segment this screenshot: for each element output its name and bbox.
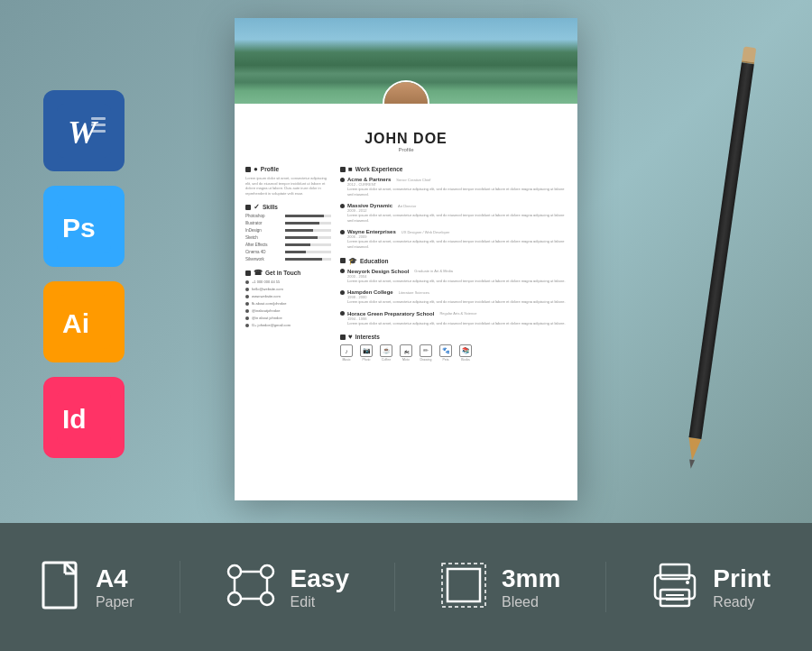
resume-title: Profile (235, 147, 577, 152)
social1: fb.about.com/johndoe (245, 301, 331, 306)
main-background: W Ps Ai Id (0, 0, 812, 523)
print-icon (651, 563, 698, 611)
skill-row: Sketch (245, 235, 331, 240)
education-item: Horace Green Preparatory School Regular … (340, 311, 567, 326)
svg-point-15 (261, 565, 273, 578)
skill-row: After Effects (245, 243, 331, 247)
svg-rect-4 (91, 130, 106, 133)
interest-books: 📚 Books (459, 344, 472, 362)
phone: +1 000 000 44 55 (245, 280, 331, 284)
interest-music: ♪ Music (340, 344, 353, 362)
social4: G+ johndoe@gmail.com (245, 323, 331, 327)
bleed-text: 3mm Bleed (502, 564, 560, 611)
social2: @inaboutjohndoe (245, 308, 331, 313)
print-text: Print Ready (713, 564, 770, 611)
skill-row: Silverwork (245, 257, 331, 261)
pencil-decoration (684, 46, 757, 476)
education-heading: 🎓 Education (340, 257, 567, 265)
svg-rect-22 (448, 569, 480, 601)
svg-rect-25 (660, 564, 689, 579)
word-icon: W (43, 90, 125, 171)
svg-point-14 (228, 565, 241, 578)
education-item: Hampden College Literature Sciences 1998… (340, 289, 567, 305)
profile-heading: ● Profile (245, 165, 331, 173)
a4-feature: A4 Paper (0, 561, 180, 613)
profile-text: Lorem ipsum dolor sit amet, consectetur … (245, 176, 331, 196)
interest-drawing: ✏ Drawing (420, 344, 432, 362)
interest-pets: 🐾 Pets (439, 344, 452, 362)
svg-point-16 (228, 592, 241, 605)
education-item: Newyork Design School Graduate in Art & … (340, 269, 567, 284)
interest-moto: 🏍 Moto (400, 344, 412, 362)
a4-icon (42, 561, 81, 613)
skill-row: Illustrator (245, 221, 331, 225)
bottom-features-bar: A4 Paper Easy Edit (0, 523, 812, 651)
photoshop-icon: Ps (43, 186, 125, 267)
interests-heading: ♥ Interests (340, 333, 567, 341)
svg-point-29 (686, 581, 689, 584)
interests-row: ♪ Music 📷 Photo ☕ Coffee 🏍 (340, 344, 567, 362)
easy-edit-feature: Easy Edit (180, 563, 395, 611)
skill-row: Cinema 4D (245, 250, 331, 254)
social3: @in about johndoe (245, 316, 331, 320)
skill-row: InDesign (245, 228, 331, 233)
email: hello@website.com (245, 287, 331, 291)
easy-edit-text: Easy Edit (291, 564, 349, 611)
svg-rect-3 (91, 124, 106, 126)
easy-edit-icon (226, 563, 276, 611)
resume-name: JOHN DOE (235, 131, 577, 147)
skill-row: Photoshop (245, 214, 331, 218)
skills-heading: ✓ Skills (245, 203, 331, 211)
website: www.website.com (245, 294, 331, 298)
interest-coffee: ☕ Coffee (380, 344, 392, 362)
svg-text:Ai: Ai (62, 308, 89, 338)
contact-heading: ☎ Get in Touch (245, 269, 331, 277)
adobe-icons-group: W Ps Ai Id (43, 90, 125, 458)
interest-photo: 📷 Photo (360, 344, 373, 362)
work-item: Massive Dynamic Art Director 2009 - 2012… (340, 203, 567, 223)
svg-text:Id: Id (62, 404, 87, 434)
work-item: Wayne Enterprises UX Designer / Web Deve… (340, 229, 567, 249)
a4-text: A4 Paper (96, 564, 134, 611)
work-item: Acme & Partners Senior Creative Chief 20… (340, 177, 567, 197)
work-heading: ■ Work Experience (340, 165, 567, 173)
svg-rect-2 (91, 117, 106, 120)
resume-header (235, 18, 577, 104)
resume-paper: JOHN DOE Profile ● Profile Lorem ipsum d… (235, 18, 577, 500)
print-feature: Print Ready (606, 563, 812, 611)
bleed-icon (440, 562, 487, 612)
indesign-icon: Id (43, 377, 125, 458)
svg-point-17 (261, 592, 273, 605)
illustrator-icon: Ai (43, 281, 125, 362)
svg-text:Ps: Ps (62, 213, 96, 243)
bleed-feature: 3mm Bleed (395, 562, 606, 612)
